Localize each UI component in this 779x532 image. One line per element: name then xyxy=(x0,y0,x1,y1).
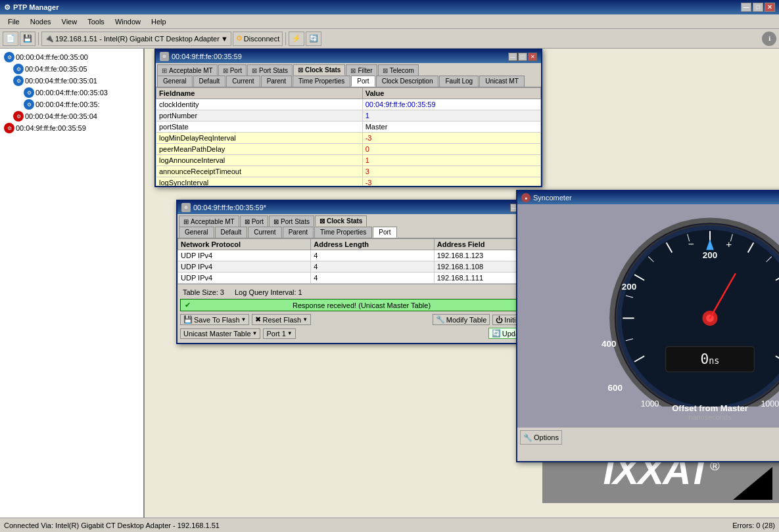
unicast-data-table: Network Protocol Address Length Address … xyxy=(177,238,543,284)
disconnect-button[interactable]: ⚙ Disconnect xyxy=(233,32,283,46)
subtab-general[interactable]: General xyxy=(157,76,193,87)
unicast-main-tabs: ⊞ Acceptable MT ⊠ Port ⊠ Port Stats ⊠ Cl… xyxy=(177,214,543,227)
subtab-parent[interactable]: Parent xyxy=(261,76,292,87)
tree-item-5[interactable]: ⚙ 00:00:04:ff:fe:00:35:04 xyxy=(3,110,141,122)
svg-text:200: 200 xyxy=(703,250,717,260)
col-addr-length: Address Length xyxy=(311,239,434,250)
tree-item-4[interactable]: ⚙ 00:00:04:ff:fe:00:35: xyxy=(3,99,141,110)
table-cell: 4 xyxy=(311,261,434,273)
tab-port-stats[interactable]: ⊠ Port Stats xyxy=(247,64,293,76)
toolbar-sep-1 xyxy=(38,32,39,45)
menu-help[interactable]: Help xyxy=(146,16,172,27)
minimize-button[interactable]: — xyxy=(741,3,751,12)
unit-label: nanoseconds xyxy=(672,413,748,421)
options-icon: 🔧 xyxy=(523,433,532,442)
port-window: ⊕ 00:04:9f:ff:fe:00:35:59 — □ ✕ ⊞ Accept… xyxy=(154,49,542,187)
log-query: Log Query Interval: 1 xyxy=(235,288,302,296)
unicast-subtab-parent[interactable]: Parent xyxy=(283,227,314,238)
btn-x1[interactable]: ⚡ xyxy=(289,32,304,46)
port-main-tabs: ⊞ Acceptable MT ⊠ Port ⊠ Port Stats ⊠ Cl… xyxy=(156,63,541,76)
table-row: portNumber xyxy=(156,110,363,122)
options-button[interactable]: 🔧 Options xyxy=(520,430,562,445)
port-win-close[interactable]: ✕ xyxy=(528,53,537,61)
unicast-sub-tabs: General Default Current Parent Time Prop… xyxy=(177,227,543,238)
port-window-controls: — □ ✕ xyxy=(508,53,537,61)
port-win-minimize[interactable]: — xyxy=(508,53,517,61)
reset-flash-button[interactable]: ✖ Reset Flash ▼ xyxy=(252,314,311,325)
unicast-subtab-current[interactable]: Current xyxy=(248,227,281,238)
tree-item-3[interactable]: ⚙ 00:00:04:ff:fe:00:35:03 xyxy=(3,87,141,99)
save-button[interactable]: 💾 xyxy=(20,32,35,46)
table-row: logSyncInterval xyxy=(156,177,363,187)
right-area: ⊕ 00:04:9f:ff:fe:00:35:59 — □ ✕ ⊞ Accept… xyxy=(145,49,779,518)
tree-label-4: 00:00:04:ff:fe:00:35: xyxy=(35,100,100,108)
title-bar-controls: — □ ✕ xyxy=(741,3,775,12)
save-flash-arrow: ▼ xyxy=(241,317,247,322)
unicast-tab-acceptable[interactable]: ⊞ Acceptable MT xyxy=(179,215,239,227)
subtab-fault-log[interactable]: Fault Log xyxy=(439,76,479,87)
tree-item-1[interactable]: ⚙ 00:04:ff:fe:00:35:05 xyxy=(3,63,141,75)
unicast-tab-port[interactable]: ⊠ Port xyxy=(240,215,268,227)
syncometer-title-bar[interactable]: ● Syncometer — □ ✕ xyxy=(517,191,779,204)
tab-clock-stats[interactable]: ⊠ Clock Stats xyxy=(293,64,345,76)
unicast-port-icon: ⊠ xyxy=(245,218,250,225)
unicast-tab-port-stats[interactable]: ⊠ Port Stats xyxy=(269,215,314,227)
col-value: Value xyxy=(362,88,540,99)
subtab-time-props[interactable]: Time Properties xyxy=(293,76,350,87)
connection-display[interactable]: 🔌 192.168.1.51 - Intel(R) Gigabit CT Des… xyxy=(41,32,231,46)
menu-window[interactable]: Window xyxy=(110,16,146,27)
menu-tools[interactable]: Tools xyxy=(82,16,110,27)
menu-view[interactable]: View xyxy=(57,16,83,27)
btn-x2[interactable]: 🔄 xyxy=(306,32,321,46)
menu-nodes[interactable]: Nodes xyxy=(25,16,57,27)
notification-icon: ✔ xyxy=(185,301,191,309)
tab-telecom[interactable]: ⊠ Telecom xyxy=(378,64,419,76)
tree-item-2[interactable]: ⚙ 00:00:04:ff:fe:00:35:01 xyxy=(3,75,141,87)
offset-label-container: Offset from Master nanoseconds xyxy=(672,403,748,421)
table-row: clockIdentity xyxy=(156,99,363,110)
tree-icon-1: ⚙ xyxy=(13,64,24,74)
unicast-table-container: Network Protocol Address Length Address … xyxy=(177,238,543,284)
unicast-window-icon: ⊕ xyxy=(181,203,191,212)
subtab-port[interactable]: Port xyxy=(351,76,375,87)
table-row: logMinDelayReqInterval xyxy=(156,133,363,144)
toolbar-sep-2 xyxy=(285,32,286,45)
tab-filter[interactable]: ⊠ Filter xyxy=(346,64,377,76)
unicast-tab-clock-stats[interactable]: ⊠ Clock Stats xyxy=(315,215,367,227)
unicast-subtab-port[interactable]: Port xyxy=(373,227,396,238)
table-cell: 4 xyxy=(311,273,434,284)
port-select-dropdown[interactable]: Port 1 ▼ xyxy=(263,328,295,339)
save-to-flash-button[interactable]: 💾 Save To Flash ▼ xyxy=(180,314,249,325)
unicast-window-title-bar[interactable]: ⊕ 00:04:9f:ff:fe:00:35:59* — □ ✕ xyxy=(177,201,543,214)
svg-text:−: − xyxy=(688,238,694,250)
left-panel: ⚙ 00:00:04:ff:fe:00:35:00 ⚙ 00:04:ff:fe:… xyxy=(0,49,145,518)
notification-bar: ✔ Response received! (Unicast Master Tab… xyxy=(180,299,540,311)
svg-text:600: 600 xyxy=(608,383,623,393)
subtab-unicast-mt[interactable]: Unicast MT xyxy=(479,76,525,87)
connection-label: 192.168.1.51 - Intel(R) Gigabit CT Deskt… xyxy=(55,35,220,43)
tree-icon-3: ⚙ xyxy=(24,87,34,98)
unicast-subtab-default[interactable]: Default xyxy=(215,227,248,238)
modify-table-button[interactable]: 🔧 Modify Table xyxy=(433,314,490,325)
tab-port[interactable]: ⊠ Port xyxy=(218,64,247,76)
unicast-subtab-general[interactable]: General xyxy=(179,227,214,238)
tree-item-6[interactable]: ⚙ 00:04:9f:ff:fe:00:35:59 xyxy=(3,122,141,134)
table-select-label: Unicast Master Table xyxy=(183,330,251,338)
subtab-default[interactable]: Default xyxy=(193,76,226,87)
port-win-maximize[interactable]: □ xyxy=(518,53,527,61)
new-button[interactable]: 📄 xyxy=(3,32,18,46)
subtab-current[interactable]: Current xyxy=(226,76,260,87)
maximize-button[interactable]: □ xyxy=(753,3,763,12)
subtab-clock-desc[interactable]: Clock Description xyxy=(376,76,439,87)
unicast-acceptable-icon: ⊞ xyxy=(183,218,189,225)
table-select-dropdown[interactable]: Unicast Master Table ▼ xyxy=(180,328,260,339)
port-window-title-bar[interactable]: ⊕ 00:04:9f:ff:fe:00:35:59 — □ ✕ xyxy=(156,50,541,63)
unicast-subtab-time-props[interactable]: Time Properties xyxy=(314,227,372,238)
tab-acceptable-mt[interactable]: ⊞ Acceptable MT xyxy=(157,64,218,76)
menu-file[interactable]: File xyxy=(3,16,25,27)
close-button[interactable]: ✕ xyxy=(765,3,775,12)
col-fieldname: Fieldname xyxy=(156,88,363,99)
tree-item-0[interactable]: ⚙ 00:00:04:ff:fe:00:35:00 xyxy=(3,51,141,63)
port-sub-tabs: General Default Current Parent Time Prop… xyxy=(156,76,541,87)
table-cell: UDP IPv4 xyxy=(178,273,311,284)
